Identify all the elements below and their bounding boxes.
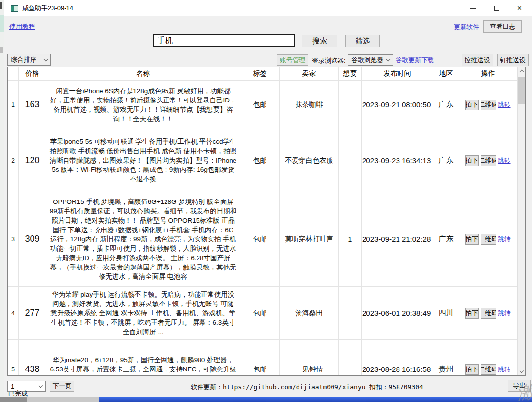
- table-row: 5438华为mate20，6+128，95新，国行全网通，麒麟980 处理器，6…: [8, 340, 525, 376]
- table-header-row: 价格名称标签卖家想要发布时间地区操作: [8, 67, 525, 81]
- background-window-strip: [0, 0, 4, 397]
- cell-num: 4: [8, 287, 19, 339]
- cell-actions: 拍下二维码跳转: [459, 129, 517, 192]
- buy-button[interactable]: 拍下: [466, 364, 479, 375]
- cell-actions: 拍下二维码跳转: [459, 192, 517, 286]
- cell-seller: 抹茶咖啡: [280, 81, 339, 129]
- cell-want: [339, 287, 362, 339]
- cell-region: 四川: [433, 287, 459, 339]
- update-software-link[interactable]: 更新软件: [454, 23, 479, 32]
- cell-num: 1: [8, 81, 19, 129]
- search-input[interactable]: [153, 34, 295, 47]
- jump-link[interactable]: 跳转: [498, 365, 511, 374]
- column-header: 想要: [339, 67, 362, 81]
- minimize-button[interactable]: [462, 0, 485, 16]
- close-icon: ×: [517, 4, 522, 13]
- cell-num: 5: [8, 340, 19, 376]
- qr-code-button[interactable]: 二维码: [481, 155, 496, 166]
- cell-tag: 包邮: [240, 192, 280, 286]
- jump-link[interactable]: 跳转: [498, 309, 511, 318]
- maximize-button[interactable]: [485, 0, 508, 16]
- search-button[interactable]: 搜索: [302, 35, 337, 47]
- cell-num: 3: [8, 192, 19, 286]
- app-icon: [11, 5, 18, 12]
- background-fragment: [0, 47, 3, 53]
- cell-want: [339, 81, 362, 129]
- cell-actions: 拍下二维码跳转: [459, 287, 517, 339]
- cell-time: 2023-09-21 08:00:50: [362, 81, 433, 129]
- filter-button[interactable]: 筛选: [345, 35, 380, 47]
- cell-time: 2023-08-28 16:16:58: [362, 340, 433, 376]
- cell-seller: 沧海桑田: [280, 287, 339, 339]
- cell-seller: 不爱穿白色衣服: [280, 129, 339, 192]
- qr-code-button[interactable]: 二维码: [481, 100, 496, 110]
- cell-seller: 一见钟情: [280, 340, 339, 376]
- minimize-icon: [470, 8, 476, 9]
- account-management-button[interactable]: 账号管理: [277, 54, 308, 66]
- cell-want: [339, 129, 362, 192]
- qr-code-button[interactable]: 二维码: [481, 308, 496, 319]
- cell-tag: 包邮: [240, 81, 280, 129]
- maximize-icon: [494, 6, 499, 11]
- cell-price: 163: [19, 81, 46, 129]
- buy-button[interactable]: 拍下: [466, 234, 479, 245]
- cell-name: 华为荣耀 play手机 运行流畅不卡顿。无暗病，功能正常使用没问题，测好发货。无…: [46, 287, 240, 339]
- column-header: 操作: [459, 67, 517, 81]
- cell-time: 2023-06-01 20:38:49: [362, 287, 433, 339]
- scroll-down-button[interactable]: [518, 368, 525, 375]
- close-button[interactable]: ×: [508, 0, 531, 16]
- column-header: [8, 67, 19, 81]
- buy-button[interactable]: 拍下: [466, 308, 479, 319]
- chrome-update-download-link[interactable]: 谷歌更新下载: [396, 56, 434, 65]
- cell-price: 277: [19, 287, 46, 339]
- cell-tag: 包邮: [240, 129, 280, 192]
- jump-link[interactable]: 跳转: [498, 235, 511, 244]
- vertical-scrollbar[interactable]: [517, 67, 525, 375]
- cell-time: 2023-09-23 16:34:13: [362, 129, 433, 192]
- column-header: 名称: [46, 67, 240, 81]
- push-settings-button-2[interactable]: 钉推送设: [497, 54, 529, 66]
- cell-name: OPPOR15 手机 梦境黑，高颜值6G+128G 梦境特别 版全面屏99新手机…: [46, 192, 240, 286]
- sort-select[interactable]: 综合排序: [7, 54, 51, 66]
- cell-num: 2: [8, 129, 19, 192]
- view-log-button[interactable]: 查看日志: [483, 20, 522, 33]
- table-row: 1163闲置一台iPhone 6S内存是128g成色95新 灵敏好用，功能都好，…: [8, 81, 525, 129]
- app-window: 咸鱼助手23-09-14 × 使用教程 更新软件 查看日志 搜索 筛选 综合排序…: [4, 0, 532, 397]
- chevron-down-icon: [39, 383, 43, 387]
- push-settings-button-1[interactable]: 控推送设: [462, 54, 493, 66]
- cell-region: 广东: [433, 192, 459, 286]
- jump-link[interactable]: 跳转: [498, 100, 511, 109]
- status-text: 已完成: [8, 389, 28, 398]
- next-page-button[interactable]: 下一页: [50, 381, 74, 392]
- browser-select[interactable]: 谷歌浏览器: [348, 54, 393, 66]
- tutorial-link[interactable]: 使用教程: [9, 22, 35, 31]
- table-row: 4277华为荣耀 play手机 运行流畅不卡顿。无暗病，功能正常使用没问题，测好…: [8, 287, 525, 340]
- cell-region: 贵州: [433, 340, 459, 376]
- scroll-up-button[interactable]: [518, 67, 525, 75]
- buy-button[interactable]: 拍下: [466, 100, 479, 110]
- buy-button[interactable]: 拍下: [466, 155, 479, 166]
- cell-seller: 莫听穿林打叶声: [280, 192, 339, 286]
- scrollbar-thumb[interactable]: [518, 77, 525, 104]
- cell-actions: 拍下二维码跳转: [459, 81, 517, 129]
- titlebar: 咸鱼助手23-09-14 ×: [4, 0, 532, 16]
- cell-region: 广东: [433, 129, 459, 192]
- cell-actions: 拍下二维码跳转: [459, 340, 517, 376]
- column-header: 卖家: [280, 67, 339, 81]
- chevron-down-icon: [386, 57, 390, 61]
- scroll-down-icon: [519, 368, 523, 372]
- cell-name: 苹果ipone5 5s 可移动可联通 学生备用手机/工作机 平替ccd学生拍照听…: [46, 129, 240, 192]
- window-controls: ×: [462, 0, 531, 16]
- scroll-up-icon: [519, 69, 523, 73]
- column-header: 标签: [240, 67, 280, 81]
- window-title: 咸鱼助手23-09-14: [22, 4, 73, 13]
- export-button[interactable]: 导出: [508, 380, 531, 392]
- jump-link[interactable]: 跳转: [498, 156, 511, 165]
- cell-tag: 包邮: [240, 287, 280, 339]
- qr-code-button[interactable]: 二维码: [481, 234, 496, 245]
- login-browser-label: 登录浏览器:: [312, 56, 346, 65]
- chevron-down-icon: [44, 57, 48, 61]
- qr-code-button[interactable]: 二维码: [481, 364, 496, 375]
- cell-name: 闲置一台iPhone 6S内存是128g成色95新 灵敏好用，功能都好，正常使用…: [46, 81, 240, 129]
- cell-price: 120: [19, 129, 46, 192]
